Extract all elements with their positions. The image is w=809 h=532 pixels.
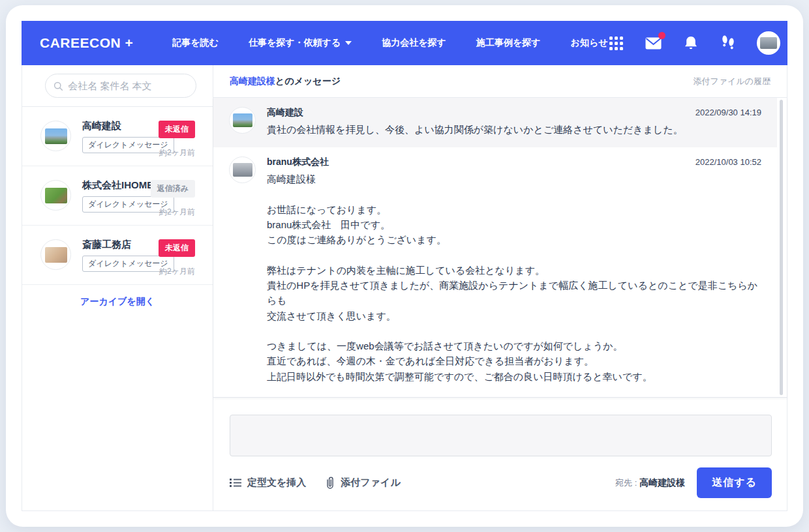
conversation-time: 約2ヶ月前 xyxy=(159,266,195,277)
avatar xyxy=(229,156,256,183)
chat-title: 高崎建設様とのメッセージ xyxy=(230,76,341,87)
bell-icon[interactable] xyxy=(682,35,699,52)
chat-pane: 高崎建設様とのメッセージ 添付ファイルの履歴 高崎建設 2022/09/30 1… xyxy=(213,65,787,510)
paperclip-icon xyxy=(326,477,335,490)
message-datetime: 2022/10/03 10:52 xyxy=(695,157,761,167)
list-icon xyxy=(230,478,241,488)
partner-link[interactable]: 高崎建設様 xyxy=(230,76,275,86)
message-sent: branu株式会社 2022/10/03 10:52 高崎建設様 お世話になって… xyxy=(213,147,777,394)
nav-item-find-work[interactable]: 仕事を探す・依頼する xyxy=(249,37,352,49)
message-list: 高崎建設 2022/09/30 14:19 貴社の会社情報を拝見し、今後、よい協… xyxy=(213,98,787,398)
app-card: CAREECON + 記事を読む 仕事を探す・依頼する 協力会社を探す 施工事例… xyxy=(6,5,803,527)
message-composer: 定型文を挿入 添付ファイル 宛先 : 高崎建設様 送信する xyxy=(213,398,787,510)
message-body: 高崎建設様 お世話になっております。 branu株式会社 田中です。 この度はご… xyxy=(267,171,761,384)
conversation-time: 約2ヶ月前 xyxy=(159,207,195,218)
chat-header: 高崎建設様とのメッセージ 添付ファイルの履歴 xyxy=(213,65,787,98)
avatar xyxy=(40,239,71,270)
open-archive-link[interactable]: アーカイブを開く xyxy=(22,296,213,308)
conversation-item-saito[interactable]: 斎藤工務店 未返信 ダイレクトメッセージ 約2ヶ月前 xyxy=(22,226,213,285)
conversation-item-ihome[interactable]: 株式会社IHOME 返信済み ダイレクトメッセージ 約2ヶ月前 xyxy=(22,166,213,226)
search-icon xyxy=(53,81,63,91)
notification-dot xyxy=(658,32,665,39)
message-datetime: 2022/09/30 14:19 xyxy=(695,108,761,117)
nav-item-find-case-studies[interactable]: 施工事例を探す xyxy=(476,37,541,49)
recipient: 宛先 : 高崎建設様 xyxy=(615,477,685,489)
avatar xyxy=(40,121,71,151)
status-badge: 返信済み xyxy=(151,180,195,198)
avatar xyxy=(40,180,71,211)
nav-item-read-articles[interactable]: 記事を読む xyxy=(172,37,219,49)
insert-template-button[interactable]: 定型文を挿入 xyxy=(230,477,306,489)
search-input[interactable] xyxy=(68,80,188,91)
top-navbar: CAREECON + 記事を読む 仕事を探す・依頼する 協力会社を探す 施工事例… xyxy=(22,21,787,65)
conversation-time: 約2ヶ月前 xyxy=(159,147,195,158)
nav-item-find-partners[interactable]: 協力会社を探す xyxy=(382,37,446,49)
apps-grid-icon[interactable] xyxy=(608,35,625,52)
search-box xyxy=(45,74,196,98)
conversation-sidebar: 高崎建設 未返信 ダイレクトメッセージ 約2ヶ月前 株式会社IHOME 返信済み… xyxy=(22,65,213,510)
mail-icon[interactable] xyxy=(645,35,662,52)
save-as-template-link[interactable]: このメッセージを定型文として登録する xyxy=(213,394,777,398)
avatar xyxy=(229,107,256,134)
chevron-down-icon xyxy=(345,41,352,45)
status-badge: 未返信 xyxy=(159,239,195,257)
message-sender: 高崎建設 xyxy=(267,107,303,119)
message-body: 貴社の会社情報を拝見し、今後、よい協力関係が築けないかとご連絡させていただきまし… xyxy=(267,122,761,137)
careecon-logo[interactable]: CAREECON + xyxy=(40,35,133,51)
message-received: 高崎建設 2022/09/30 14:19 貴社の会社情報を拝見し、今後、よい協… xyxy=(213,98,777,147)
attach-file-button[interactable]: 添付ファイル xyxy=(326,477,400,490)
user-avatar[interactable] xyxy=(757,31,780,55)
message-input[interactable] xyxy=(230,415,772,456)
nav-item-notices[interactable]: お知らせ xyxy=(571,37,608,49)
footprints-icon[interactable] xyxy=(720,35,737,52)
conversation-item-takasaki[interactable]: 高崎建設 未返信 ダイレクトメッセージ 約2ヶ月前 xyxy=(22,107,213,166)
status-badge: 未返信 xyxy=(159,121,195,138)
scrollbar[interactable] xyxy=(780,100,783,395)
send-button[interactable]: 送信する xyxy=(697,467,772,498)
nav-links: 記事を読む 仕事を探す・依頼する 協力会社を探す 施工事例を探す お知らせ xyxy=(172,37,607,49)
message-sender: branu株式会社 xyxy=(267,156,329,168)
attachment-history-link[interactable]: 添付ファイルの履歴 xyxy=(693,76,771,87)
